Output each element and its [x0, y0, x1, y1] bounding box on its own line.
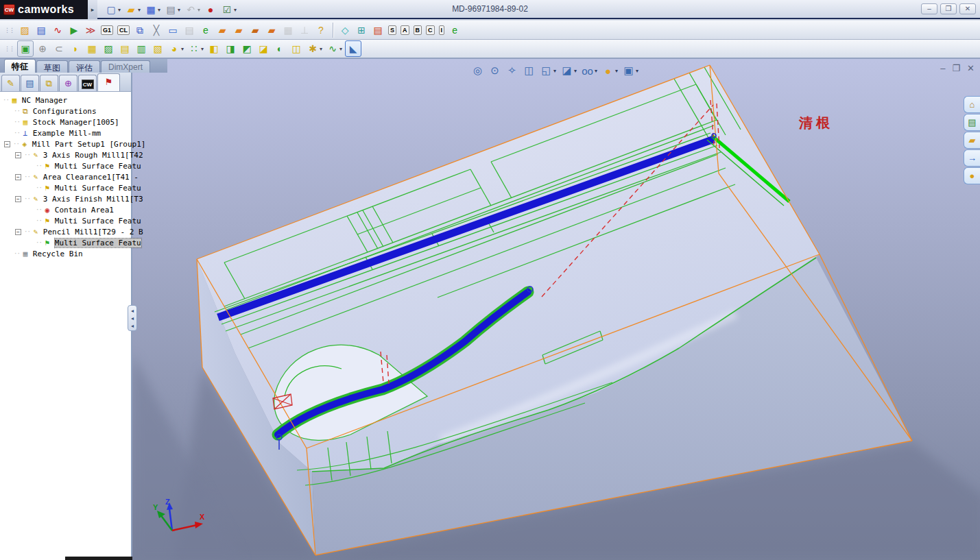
tree-item[interactable]: −··✎Area Clearance1[T41 - — [0, 171, 131, 182]
display-style-dropdown-arrow[interactable]: ▾ — [574, 68, 577, 74]
edit-appearance-button[interactable]: ●▾ — [600, 64, 619, 78]
toolbar-expand-arrow-icon[interactable]: ▸ — [88, 0, 97, 19]
revolved-cut-button[interactable]: ▤ — [117, 41, 132, 56]
panel-collapse-handle[interactable]: ◂◂◂ — [128, 305, 137, 331]
wrap-button[interactable]: ◪ — [256, 41, 271, 56]
linear-pattern-dropdown-arrow[interactable]: ▾ — [201, 44, 204, 55]
print-button[interactable]: ▤▾ — [163, 2, 182, 17]
previous-view-button[interactable]: ✧ — [504, 63, 520, 78]
close-button[interactable]: ✕ — [959, 3, 976, 14]
tree-item[interactable]: ··⚑Multi Surface Featu — [0, 237, 131, 248]
undo-button[interactable]: ↶▾ — [183, 2, 202, 17]
camworks-tools-button[interactable]: ╳ — [149, 23, 164, 38]
section-view-button[interactable]: ◫ — [521, 63, 537, 78]
view-i-button[interactable]: I — [438, 24, 446, 36]
lofted-boss-button[interactable]: ◗ — [68, 41, 83, 56]
traffic-light-button[interactable]: ● — [203, 2, 218, 17]
view-s-button[interactable]: S — [387, 24, 398, 36]
print-dropdown-arrow[interactable]: ▾ — [178, 5, 180, 16]
publish-documents-button[interactable]: ⧉ — [132, 23, 147, 38]
undo-dropdown-arrow[interactable]: ▾ — [198, 5, 200, 16]
apply-scene-dropdown-arrow[interactable]: ▾ — [636, 68, 638, 74]
save-button[interactable]: ▦▾ — [143, 2, 162, 17]
save-dropdown-arrow[interactable]: ▾ — [158, 5, 160, 16]
camworks-feature-tree-tab[interactable]: ✎ — [1, 75, 20, 91]
check-items-button[interactable]: ⊞ — [354, 23, 369, 38]
feature-associativity-button[interactable]: ◇ — [337, 23, 352, 38]
tree-item[interactable]: −··✎Pencil Mill1[T29 - 2 B — [0, 226, 131, 237]
hide-show-items-button[interactable]: oo▾ — [579, 64, 599, 78]
linear-pattern-button[interactable]: ∷▾ — [187, 41, 205, 56]
new-document-dropdown-arrow[interactable]: ▾ — [118, 5, 121, 16]
tab-草图[interactable]: 草图 — [36, 60, 68, 73]
tree-item[interactable]: −··✎3 Axis Rough Mill1[T42 — [0, 149, 131, 160]
lofted-cut-button[interactable]: ▧ — [150, 41, 165, 56]
camworks-tree-tab[interactable]: CW — [78, 75, 97, 91]
save-operations-3-button[interactable]: ▰ — [248, 23, 263, 38]
extruded-boss-button[interactable]: ▣ — [17, 40, 34, 57]
property-manager-tab[interactable]: ▤ — [21, 75, 39, 91]
generate-toolpath-button[interactable]: ∿ — [50, 23, 65, 38]
restore-button[interactable]: ❐ — [952, 63, 960, 73]
tree-item[interactable]: ··⚑Multi Surface Featu — [0, 215, 131, 226]
extruded-cut-button[interactable]: ▦ — [84, 41, 99, 56]
e-speed-2-button[interactable]: e — [447, 23, 462, 38]
restore-button[interactable]: ❐ — [940, 3, 957, 14]
minimize-button[interactable]: – — [940, 63, 945, 73]
swept-cut-button[interactable]: ▥ — [134, 41, 149, 56]
rib-button[interactable]: ◧ — [206, 41, 222, 56]
camworks-operation-tree-tab[interactable]: ⚑ — [97, 73, 120, 91]
tree-item[interactable]: −··◈Mill Part Setup1 [Group1] — [0, 138, 131, 149]
tree-item[interactable]: ··⧉Configurations — [0, 106, 131, 117]
instant3d-button[interactable]: ◣ — [345, 40, 361, 57]
dome-button[interactable]: ◐ — [272, 41, 287, 56]
display-style-button[interactable]: ◪▾ — [559, 63, 578, 78]
tree-item[interactable]: ··⊥Example Mill-mm — [0, 127, 131, 138]
view-b-button[interactable]: B — [412, 24, 424, 36]
open-dropdown-arrow[interactable]: ▾ — [138, 5, 141, 16]
view-a-button[interactable]: A — [399, 24, 411, 36]
expand-toggle[interactable]: − — [4, 141, 10, 147]
reference-geometry-button[interactable]: ✱▾ — [305, 41, 324, 56]
curves-dropdown-arrow[interactable]: ▾ — [339, 44, 342, 55]
file-explorer-tab[interactable]: ▰ — [964, 132, 980, 149]
hide-show-items-dropdown-arrow[interactable]: ▾ — [595, 68, 597, 74]
tree-item[interactable]: ··⚑Multi Surface Featu — [0, 160, 131, 171]
fillet-button[interactable]: ◕▾ — [167, 41, 185, 56]
nc-editor-button[interactable]: ▤ — [182, 23, 197, 38]
fillet-dropdown-arrow[interactable]: ▾ — [181, 44, 184, 55]
options-list-button[interactable]: ☑▾ — [219, 2, 238, 17]
configuration-manager-tab[interactable]: ⧉ — [40, 75, 58, 91]
mirror-button[interactable]: ◫ — [289, 41, 304, 56]
extract-machinable-features-button[interactable]: ▨ — [17, 23, 32, 38]
tab-评估[interactable]: 评估 — [69, 60, 100, 73]
swept-boss-button[interactable]: ⊂ — [51, 41, 67, 56]
post-process-button[interactable]: G1 — [99, 24, 115, 36]
tree-item[interactable]: ··▦Stock Manager[1005] — [0, 117, 131, 127]
tree-item[interactable]: ··⚑Multi Surface Featu — [0, 182, 131, 193]
hole-wizard-button[interactable]: ▨ — [101, 41, 116, 56]
message-window-button[interactable]: ▭ — [165, 23, 180, 38]
draft-button[interactable]: ◨ — [223, 41, 238, 56]
save-operations-1-button[interactable]: ▰ — [215, 23, 230, 38]
reference-geometry-dropdown-arrow[interactable]: ▾ — [320, 44, 322, 55]
save-operations-4-button[interactable]: ▰ — [264, 23, 279, 38]
options-list-dropdown-arrow[interactable]: ▾ — [234, 5, 237, 16]
simulate-toolpath-button[interactable]: ▶ — [67, 23, 82, 38]
curves-button[interactable]: ∿▾ — [325, 41, 344, 56]
expand-toggle[interactable]: − — [15, 174, 21, 180]
shell-button[interactable]: ◩ — [239, 41, 254, 56]
expand-toggle[interactable]: − — [15, 152, 21, 158]
help-button[interactable]: ? — [313, 23, 328, 38]
edit-appearance-dropdown-arrow[interactable]: ▾ — [615, 68, 618, 74]
new-document-button[interactable]: ▢▾ — [104, 2, 122, 17]
rebuild-data-button[interactable]: ▤ — [370, 23, 385, 38]
close-button[interactable]: ✕ — [967, 63, 975, 73]
tab-DimXpert[interactable]: DimXpert — [101, 60, 150, 73]
zoom-to-area-button[interactable]: ⊙ — [487, 63, 503, 78]
tree-item[interactable]: −··✎3 Axis Finish Mill1[T3 — [0, 193, 131, 204]
view-palette-tab[interactable]: → — [964, 149, 980, 167]
tree-item[interactable]: ··▦NC Manager — [0, 95, 131, 106]
design-library-tab[interactable]: ▤ — [964, 114, 980, 131]
dimxpert-manager-tab[interactable]: ⊕ — [59, 75, 77, 91]
